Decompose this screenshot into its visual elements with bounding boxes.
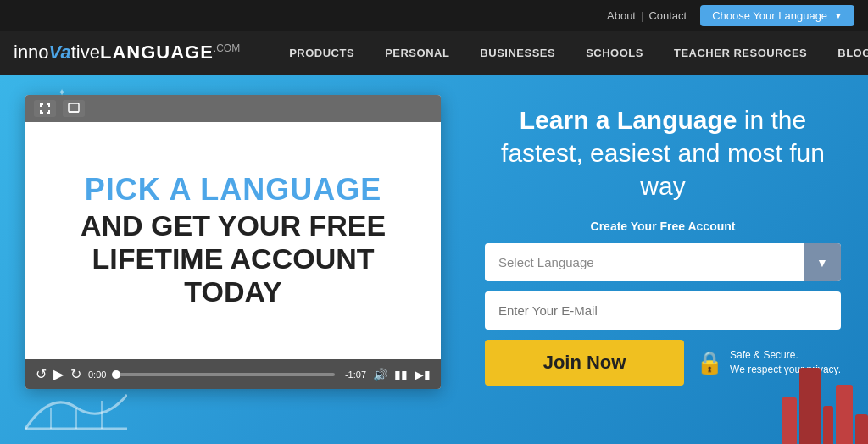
- nav-blog[interactable]: BLOG: [822, 47, 868, 59]
- building-1: [782, 397, 797, 444]
- bridge-icon: [25, 382, 127, 444]
- video-top-controls: [25, 95, 441, 122]
- language-select[interactable]: Select Language: [485, 243, 841, 281]
- chevron-down-icon: ▼: [834, 11, 843, 20]
- main-nav: PRODUCTS PERSONAL BUSINESSES SCHOOLS TEA…: [274, 47, 868, 59]
- nav-businesses[interactable]: BUSINESSES: [465, 47, 570, 59]
- hero-headline: Learn a Language in the fastest, easiest…: [483, 103, 843, 203]
- secure-line1: Safe & Secure.: [730, 349, 798, 361]
- building-5: [855, 414, 868, 444]
- choose-lang-label: Choose Your Language: [712, 9, 827, 22]
- top-bar: About | Contact Choose Your Language ▼: [0, 0, 868, 31]
- video-tagline: AND GET YOUR FREE LIFETIME ACCOUNT TODAY: [42, 209, 424, 308]
- right-panel: Learn a Language in the fastest, easiest…: [483, 95, 843, 386]
- about-link[interactable]: About: [607, 9, 636, 22]
- logo-com: .COM: [214, 42, 240, 54]
- progress-dot: [112, 370, 120, 379]
- top-bar-links: About | Contact: [607, 9, 687, 22]
- logo-tive: tive: [71, 42, 100, 63]
- signup-form: Create Your Free Account Select Language…: [485, 219, 841, 386]
- extra-icons: ▮▮ ▶▮: [394, 368, 431, 381]
- rewind-button[interactable]: ↺: [36, 366, 47, 382]
- expand-icon[interactable]: [34, 100, 56, 117]
- building-2: [799, 368, 821, 444]
- fullscreen-icon[interactable]: [63, 100, 85, 117]
- nav-teacher-resources[interactable]: TEACHER RESOURCES: [659, 47, 822, 59]
- contact-link[interactable]: Contact: [648, 9, 687, 22]
- video-box: PICK A LANGUAGE AND GET YOUR FREE LIFETI…: [25, 95, 441, 389]
- logo-inno: inno: [14, 42, 49, 63]
- logo[interactable]: innoVativeLANGUAGE.COM: [14, 42, 240, 64]
- nav-bar: innoVativeLANGUAGE.COM PRODUCTS PERSONAL…: [0, 31, 868, 75]
- video-pick-language: PICK A LANGUAGE: [85, 173, 381, 207]
- bottom-decoration-right: [782, 368, 868, 444]
- building-4: [836, 385, 853, 444]
- video-content: PICK A LANGUAGE AND GET YOUR FREE LIFETI…: [25, 122, 441, 359]
- nav-schools[interactable]: SCHOOLS: [570, 47, 659, 59]
- choose-language-button[interactable]: Choose Your Language ▼: [700, 5, 854, 26]
- language-select-wrapper: Select Language ▼: [485, 243, 841, 281]
- separator: |: [641, 9, 643, 22]
- logo-va: Va: [49, 42, 71, 63]
- svg-rect-0: [69, 103, 79, 112]
- hero-section: PICK A LANGUAGE AND GET YOUR FREE LIFETI…: [0, 75, 868, 444]
- volume-icon[interactable]: 🔊: [373, 368, 387, 381]
- email-input[interactable]: [485, 291, 841, 330]
- lock-icon: 🔒: [696, 350, 723, 376]
- nav-personal[interactable]: PERSONAL: [370, 47, 465, 59]
- play-button[interactable]: ▶: [53, 366, 64, 382]
- time-total: -1:07: [345, 369, 366, 380]
- progress-bar[interactable]: [116, 373, 335, 376]
- hero-headline-bold: Learn a Language: [520, 106, 737, 134]
- join-now-button[interactable]: Join Now: [485, 340, 684, 386]
- building-3: [823, 406, 833, 444]
- city-silhouette: [782, 368, 868, 444]
- caption-icon[interactable]: ▶▮: [415, 368, 431, 381]
- nav-products[interactable]: PRODUCTS: [274, 47, 370, 59]
- form-label: Create Your Free Account: [485, 219, 841, 233]
- screen-icon[interactable]: ▮▮: [394, 368, 408, 381]
- logo-text: innoVativeLANGUAGE.COM: [14, 42, 240, 63]
- logo-language: LANGUAGE: [100, 42, 214, 63]
- bottom-decoration-left: [25, 382, 127, 444]
- time-current: 0:00: [88, 369, 106, 380]
- fast-forward-button[interactable]: ↻: [70, 366, 81, 382]
